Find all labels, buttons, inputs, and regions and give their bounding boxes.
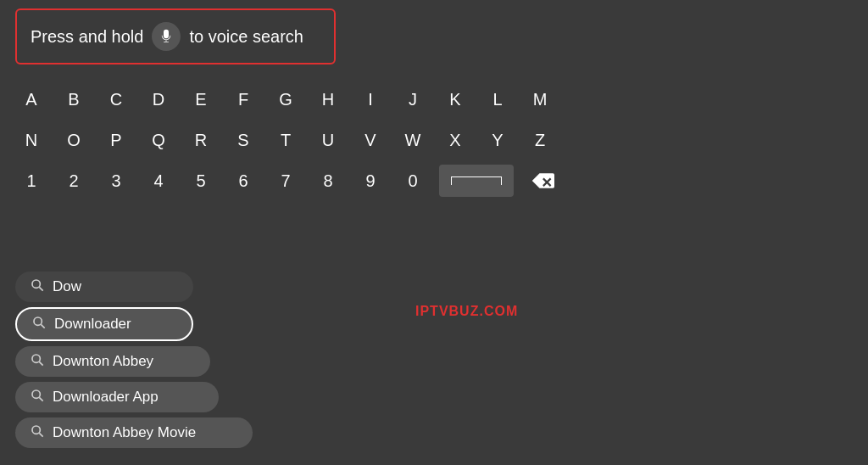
svg-point-10 [32, 426, 40, 434]
key-backspace[interactable] [524, 165, 561, 197]
key-C[interactable]: C [100, 83, 132, 115]
key-P[interactable]: P [100, 124, 132, 156]
suggestion-downton-abbey-movie[interactable]: Downton Abbey Movie [15, 417, 253, 448]
suggestions-list: Dow Downloader Downton Abbey Downloader … [15, 272, 253, 448]
key-H[interactable]: H [312, 83, 344, 115]
key-5[interactable]: 5 [185, 165, 217, 197]
key-G[interactable]: G [270, 83, 302, 115]
key-D[interactable]: D [142, 83, 175, 115]
suggestion-downton-abbey-text: Downton Abbey [53, 353, 153, 370]
key-V[interactable]: V [354, 124, 387, 156]
key-R[interactable]: R [185, 124, 217, 156]
keyboard: A B C D E F G H I J K L M N O P Q R S T … [15, 83, 561, 205]
key-Q[interactable]: Q [142, 124, 175, 156]
suggestion-dow-text: Dow [53, 278, 81, 295]
mic-icon [152, 22, 181, 51]
key-3[interactable]: 3 [100, 165, 132, 197]
voice-search-banner: Press and hold to voice search [15, 8, 336, 64]
suggestion-downloader-app[interactable]: Downloader App [15, 382, 219, 412]
search-icon [31, 278, 44, 295]
key-I[interactable]: I [354, 83, 387, 115]
key-F[interactable]: F [227, 83, 259, 115]
voice-banner-text-before: Press and hold [31, 27, 143, 47]
search-icon [32, 316, 46, 333]
watermark: IPTVBUZ.COM [415, 304, 518, 319]
svg-point-2 [32, 280, 40, 288]
key-9[interactable]: 9 [354, 165, 387, 197]
key-J[interactable]: J [397, 83, 429, 115]
svg-point-4 [34, 317, 42, 325]
keyboard-row-1: A B C D E F G H I J K L M [15, 83, 561, 115]
key-B[interactable]: B [58, 83, 90, 115]
search-icon [31, 389, 44, 406]
key-U[interactable]: U [312, 124, 344, 156]
search-icon [31, 424, 44, 441]
suggestion-downton-abbey[interactable]: Downton Abbey [15, 346, 210, 377]
svg-line-11 [39, 433, 42, 436]
key-K[interactable]: K [439, 83, 471, 115]
key-space[interactable] [439, 165, 514, 197]
key-X[interactable]: X [439, 124, 471, 156]
key-2[interactable]: 2 [58, 165, 90, 197]
suggestion-downloader[interactable]: Downloader [15, 307, 193, 341]
svg-line-7 [39, 361, 42, 365]
key-1[interactable]: 1 [15, 165, 47, 197]
keyboard-row-2: N O P Q R S T U V W X Y Z [15, 124, 561, 156]
svg-point-6 [32, 355, 40, 362]
suggestion-downton-abbey-movie-text: Downton Abbey Movie [53, 424, 196, 441]
key-S[interactable]: S [227, 124, 259, 156]
key-6[interactable]: 6 [227, 165, 259, 197]
key-Z[interactable]: Z [524, 124, 556, 156]
key-E[interactable]: E [185, 83, 217, 115]
key-O[interactable]: O [58, 124, 90, 156]
suggestion-downloader-app-text: Downloader App [53, 389, 159, 406]
key-7[interactable]: 7 [270, 165, 302, 197]
voice-banner-text-after: to voice search [189, 27, 303, 47]
suggestion-downloader-text: Downloader [54, 316, 131, 333]
key-W[interactable]: W [397, 124, 429, 156]
search-icon [31, 353, 44, 370]
key-8[interactable]: 8 [312, 165, 344, 197]
keyboard-row-3: 1 2 3 4 5 6 7 8 9 0 [15, 165, 561, 197]
key-T[interactable]: T [270, 124, 302, 156]
key-M[interactable]: M [524, 83, 556, 115]
key-Y[interactable]: Y [481, 124, 514, 156]
key-N[interactable]: N [15, 124, 47, 156]
svg-point-8 [32, 390, 40, 398]
suggestion-dow[interactable]: Dow [15, 272, 193, 302]
svg-line-9 [39, 397, 42, 401]
key-L[interactable]: L [481, 83, 514, 115]
svg-line-3 [39, 287, 42, 290]
key-4[interactable]: 4 [142, 165, 175, 197]
svg-line-5 [41, 324, 44, 328]
key-A[interactable]: A [15, 83, 47, 115]
key-0[interactable]: 0 [397, 165, 429, 197]
